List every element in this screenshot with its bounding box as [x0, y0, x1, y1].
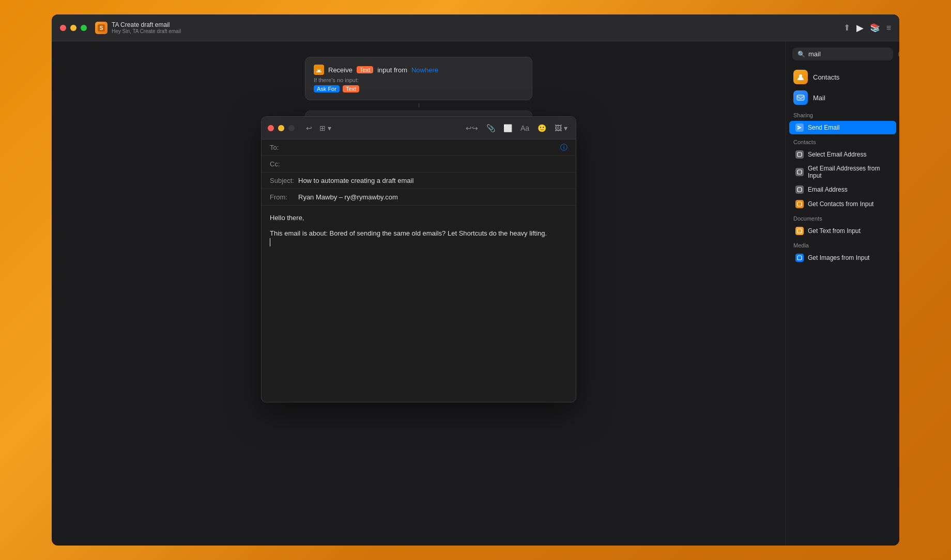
to-add-icon[interactable]: ⓘ — [560, 143, 567, 152]
cc-field-row[interactable]: Cc: — [262, 156, 576, 173]
body-line2: This email is about: Bored of sending th… — [270, 228, 567, 239]
svg-rect-2 — [316, 71, 321, 72]
cc-label: Cc: — [270, 160, 298, 168]
maximize-button[interactable] — [81, 25, 87, 31]
right-sidebar: 🔍 ✕ Contacts — [786, 41, 899, 546]
get-email-addresses-label: Get Email Addresses from Input — [808, 165, 890, 179]
receive-sub-badges: Ask For Text — [314, 85, 524, 92]
compose-close[interactable] — [268, 125, 274, 131]
contacts-section-header: Contacts — [786, 135, 899, 147]
subject-label: Subject: — [270, 177, 298, 184]
receive-label: Receive — [328, 66, 352, 74]
font-icon[interactable]: Aa — [518, 123, 531, 133]
email-compose-window[interactable]: ↩ ⊞ ▾ ↩↪ 📎 ⬜ Aa 🙂 🖼 ▾ To: — [261, 116, 576, 402]
connector-line — [305, 103, 532, 107]
window-icon[interactable]: ⬜ — [501, 123, 514, 133]
email-address-label: Email Address — [808, 186, 848, 193]
share-icon[interactable]: ⬆ — [843, 23, 850, 33]
send-email-item[interactable]: Send Email — [789, 121, 896, 134]
select-email-label: Select Email Address — [808, 151, 866, 158]
ask-for-badge[interactable]: Ask For — [314, 85, 340, 92]
subject-field-row[interactable]: Subject: How to automate creating a draf… — [262, 173, 576, 189]
text-badge: Text — [357, 66, 373, 73]
sidebar-item-mail[interactable]: Mail — [786, 87, 899, 108]
svg-text:S: S — [100, 25, 103, 31]
center-area: Receive Text input from Nowhere If there… — [52, 41, 786, 546]
from-label: From: — [270, 193, 298, 201]
format-icon[interactable]: ↩↪ — [464, 123, 480, 133]
get-images-icon — [795, 254, 804, 262]
svg-rect-8 — [797, 95, 804, 100]
receive-card[interactable]: Receive Text input from Nowhere If there… — [305, 57, 532, 100]
receive-icon — [314, 65, 324, 75]
view-icon[interactable]: ⊞ ▾ — [317, 123, 333, 133]
content-area: Receive Text input from Nowhere If there… — [52, 41, 899, 546]
menu-icon[interactable]: ≡ — [886, 23, 891, 33]
app-icon-title: S TA Create draft email Hey Siri, TA Cre… — [95, 21, 181, 34]
svg-rect-9 — [797, 152, 802, 157]
photo-icon[interactable]: 🖼 ▾ — [553, 123, 570, 133]
traffic-lights — [60, 25, 87, 31]
subject-value: How to automate creating a draft email — [298, 177, 567, 184]
get-contacts-label: Get Contacts from Input — [808, 200, 873, 208]
text-badge-2: Text — [343, 85, 359, 92]
get-text-label: Get Text from Input — [808, 227, 861, 235]
sharing-section-header: Sharing — [786, 108, 899, 120]
search-bar[interactable]: 🔍 ✕ — [792, 48, 893, 60]
email-address-icon — [795, 185, 804, 194]
compose-minimize[interactable] — [278, 125, 284, 131]
to-label: To: — [270, 144, 298, 151]
get-email-addresses-item[interactable]: Get Email Addresses from Input — [789, 162, 896, 182]
compose-toolbar: ↩ ⊞ ▾ — [304, 123, 333, 133]
contacts-app-label: Contacts — [813, 73, 839, 81]
compose-maximize[interactable] — [288, 125, 295, 131]
svg-rect-11 — [797, 188, 802, 192]
email-body[interactable]: Hello there, This email is about: Bored … — [262, 206, 576, 402]
to-field-row[interactable]: To: ⓘ — [262, 139, 576, 156]
send-email-label: Send Email — [808, 124, 839, 131]
from-field-row[interactable]: From: Ryan Mawby – ry@rymawby.com — [262, 189, 576, 206]
from-value: Ryan Mawby – ry@rymawby.com — [298, 193, 567, 201]
get-images-item[interactable]: Get Images from Input — [789, 251, 896, 265]
send-email-icon — [795, 123, 804, 132]
get-text-item[interactable]: Get Text from Input — [789, 224, 896, 238]
svg-rect-13 — [797, 229, 802, 233]
receive-card-header: Receive Text input from Nowhere — [314, 65, 524, 75]
close-button[interactable] — [60, 25, 66, 31]
get-contacts-item[interactable]: Get Contacts from Input — [789, 197, 896, 211]
play-icon[interactable]: ▶ — [856, 22, 864, 34]
nowhere-badge[interactable]: Nowhere — [411, 66, 438, 74]
app-icon: S — [95, 22, 108, 34]
body-line1: Hello there, — [270, 213, 567, 223]
svg-rect-10 — [797, 170, 802, 174]
title-text-block: TA Create draft email Hey Siri, TA Creat… — [112, 21, 181, 34]
email-address-item[interactable]: Email Address — [789, 183, 896, 196]
receive-card-sub: If there's no input: — [314, 77, 524, 83]
mail-app-icon — [793, 90, 808, 105]
window-subtitle: Hey Siri, TA Create draft email — [112, 28, 181, 34]
mail-app-label: Mail — [813, 94, 825, 102]
main-window: S TA Create draft email Hey Siri, TA Cre… — [52, 14, 899, 546]
search-input[interactable] — [808, 50, 895, 58]
window-title: TA Create draft email — [112, 21, 181, 28]
svg-rect-12 — [797, 202, 802, 206]
search-clear-button[interactable]: ✕ — [898, 51, 899, 58]
get-text-icon — [795, 227, 804, 235]
get-contacts-icon — [795, 200, 804, 208]
select-email-address-item[interactable]: Select Email Address — [789, 148, 896, 161]
select-email-icon — [795, 150, 804, 159]
get-email-addresses-icon — [795, 168, 804, 176]
search-icon: 🔍 — [797, 51, 805, 58]
compose-toolbar-right: ↩↪ 📎 ⬜ Aa 🙂 🖼 ▾ — [464, 123, 570, 133]
sidebar-item-contacts[interactable]: Contacts — [786, 67, 899, 87]
compose-titlebar: ↩ ⊞ ▾ ↩↪ 📎 ⬜ Aa 🙂 🖼 ▾ — [262, 117, 576, 139]
minimize-button[interactable] — [70, 25, 76, 31]
attachment-icon[interactable]: 📎 — [484, 123, 497, 133]
svg-rect-14 — [797, 256, 802, 260]
undo-icon[interactable]: ↩ — [304, 123, 314, 133]
title-bar: S TA Create draft email Hey Siri, TA Cre… — [52, 14, 899, 41]
library-icon[interactable]: 📚 — [870, 23, 880, 33]
emoji-icon[interactable]: 🙂 — [535, 123, 548, 133]
contacts-app-icon — [793, 70, 808, 84]
title-bar-actions: ⬆ ▶ 📚 ≡ — [843, 22, 891, 34]
